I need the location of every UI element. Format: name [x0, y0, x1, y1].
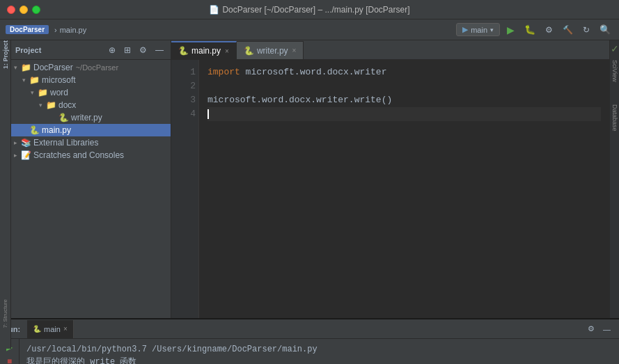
file-icon: 📄	[209, 5, 219, 15]
tab-main-icon: 🐍	[178, 46, 189, 56]
writer-py-icon: 🐍	[58, 113, 69, 122]
line-numbers: 1 2 3 4	[171, 60, 199, 318]
database-label[interactable]: Database	[611, 104, 618, 132]
output-line-1: /usr/local/bin/python3.7 /Users/kingname…	[26, 343, 612, 356]
left-stripe-top: 1: Project	[0, 40, 11, 318]
structure-label[interactable]: 7: Structure	[2, 299, 8, 328]
breadcrumb-separator: ›	[54, 26, 57, 34]
dropdown-arrow-icon: ▾	[490, 26, 494, 33]
code-content[interactable]: import microsoft.word.docx.writer micros…	[199, 60, 609, 318]
code-editor[interactable]: 1 2 3 4 import microsoft.word.docx.write…	[171, 60, 609, 318]
editor-area: 🐍 main.py × 🐍 writer.py × 1 2 3 4 import…	[171, 40, 609, 318]
writer-py-label: writer.py	[71, 113, 102, 122]
new-file-btn[interactable]: ⊕	[106, 44, 118, 56]
right-stripe: ✓ SciView Database	[609, 40, 619, 318]
project-tree: ▾ 📁 DocParser ~/DocParser ▾ 📁 microsoft …	[11, 60, 171, 318]
tab-writer-close[interactable]: ×	[292, 47, 297, 54]
docx-folder-icon: 📁	[46, 100, 56, 110]
code-line-2	[207, 79, 601, 93]
breadcrumb-file: main.py	[60, 26, 87, 34]
main-py-label: main.py	[42, 125, 71, 135]
microsoft-folder-icon: 📁	[29, 75, 40, 85]
structure-stripe: 7: Structure	[0, 279, 11, 349]
run-main-tab[interactable]: 🐍 main ×	[27, 320, 74, 338]
project-panel: Project ⊕ ⊞ ⚙ — ▾ 📁 DocParser ~/DocParse…	[11, 40, 171, 318]
run-button[interactable]: ▶	[504, 23, 517, 37]
tree-docx[interactable]: ▾ 📁 docx	[11, 99, 171, 111]
main-content: 1: Project Project ⊕ ⊞ ⚙ — ▾ 📁 DocParser…	[0, 40, 619, 318]
run-settings-btn[interactable]: ⚙	[585, 323, 597, 335]
coverage-button[interactable]: ⚙	[542, 24, 556, 36]
right-stripe-labels: SciView Database	[611, 60, 618, 318]
tree-ext-libs[interactable]: ▸ 📚 External Libraries	[11, 136, 171, 149]
tab-main-label: main.py	[191, 46, 221, 56]
close-button[interactable]	[7, 6, 15, 14]
tab-writer-icon: 🐍	[244, 46, 254, 56]
scratches-icon: 📝	[21, 150, 31, 160]
run-collapse-btn[interactable]: —	[600, 323, 613, 335]
docx-arrow: ▾	[39, 102, 46, 109]
tree-scratches[interactable]: ▸ 📝 Scratches and Consoles	[11, 149, 171, 161]
collapse-all-btn[interactable]: ⊞	[121, 44, 134, 56]
word-label: word	[50, 88, 68, 97]
project-stripe-label[interactable]: 1: Project	[2, 40, 9, 72]
run-tab-icon: 🐍	[33, 325, 41, 333]
stop-button[interactable]: ■	[3, 356, 17, 364]
tab-writer-label: writer.py	[257, 46, 288, 56]
window-controls	[7, 6, 40, 14]
ext-libs-label: External Libraries	[33, 138, 98, 148]
title-bar: 📄 DocParser [~/DocParser] – .../main.py …	[0, 0, 619, 19]
tab-writer-py[interactable]: 🐍 writer.py ×	[237, 41, 304, 59]
scratches-arrow: ▸	[14, 152, 21, 159]
run-config-dropdown[interactable]: ▶ main ▾	[456, 23, 500, 36]
tab-main-py[interactable]: 🐍 main.py ×	[171, 41, 237, 59]
root-folder-icon: 📁	[21, 63, 31, 72]
word-arrow: ▾	[31, 89, 38, 96]
root-name: DocParser	[33, 63, 73, 72]
scratches-label: Scratches and Consoles	[33, 150, 124, 160]
run-toolbar: ▶ main ▾ ▶ 🐛 ⚙ 🔨 ↻ 🔍	[456, 23, 613, 37]
docx-label: docx	[58, 100, 76, 110]
root-arrow: ▾	[14, 64, 21, 71]
settings-tree-btn[interactable]: ⚙	[136, 44, 150, 56]
tab-bar: 🐍 main.py × 🐍 writer.py ×	[171, 40, 609, 60]
bottom-panel: Run: 🐍 main × ⚙ — ▶ ■ ↑ ↓ ⏸ ⇌ 🖨 🗑 /usr/l…	[0, 318, 619, 364]
code-line-1: import microsoft.word.docx.writer	[207, 65, 601, 79]
microsoft-arrow: ▾	[22, 77, 29, 84]
run-tab-icons: ⚙ —	[585, 323, 619, 335]
check-icon: ✓	[611, 43, 619, 54]
code-line-4	[207, 107, 601, 121]
main-py-icon: 🐍	[29, 125, 40, 135]
tree-microsoft[interactable]: ▾ 📁 microsoft	[11, 74, 171, 86]
hide-panel-btn[interactable]: —	[152, 44, 166, 56]
debug-button[interactable]: 🐛	[522, 23, 538, 36]
project-panel-title: Project	[15, 46, 103, 54]
run-tab-close[interactable]: ×	[63, 325, 68, 333]
project-toolbar: Project ⊕ ⊞ ⚙ —	[11, 40, 171, 60]
output-line-2: 我是巨的很深的 write 函数	[26, 356, 612, 364]
tree-writer-py[interactable]: ▸ 🐍 writer.py	[11, 111, 171, 124]
tab-main-close[interactable]: ×	[225, 47, 229, 55]
minimize-button[interactable]	[19, 6, 28, 14]
microsoft-label: microsoft	[42, 75, 76, 85]
sciview-label[interactable]: SciView	[611, 60, 618, 82]
tree-root[interactable]: ▾ 📁 DocParser ~/DocParser	[11, 61, 171, 74]
word-folder-icon: 📁	[38, 88, 48, 97]
maximize-button[interactable]	[32, 6, 40, 14]
run-tab-label: main	[44, 325, 61, 333]
run-config-icon: ▶	[462, 25, 468, 34]
project-badge[interactable]: DocParser	[6, 25, 49, 34]
run-config-label: main	[471, 26, 487, 34]
run-tab-bar: Run: 🐍 main × ⚙ —	[0, 319, 619, 339]
ext-libs-icon: 📚	[21, 138, 31, 148]
ext-libs-arrow: ▸	[14, 139, 21, 146]
run-output: /usr/local/bin/python3.7 /Users/kingname…	[19, 339, 619, 364]
root-path: ~/DocParser	[76, 63, 118, 72]
search-button[interactable]: 🔍	[597, 23, 613, 36]
tree-word[interactable]: ▾ 📁 word	[11, 86, 171, 99]
top-toolbar: DocParser › main.py ▶ main ▾ ▶ 🐛 ⚙ 🔨 ↻ 🔍	[0, 19, 619, 40]
window-title: DocParser [~/DocParser] – .../main.py [D…	[222, 5, 409, 15]
build-button[interactable]: 🔨	[560, 24, 576, 36]
tree-main-py[interactable]: ▸ 🐍 main.py	[11, 124, 171, 136]
update-button[interactable]: ↻	[580, 24, 593, 36]
